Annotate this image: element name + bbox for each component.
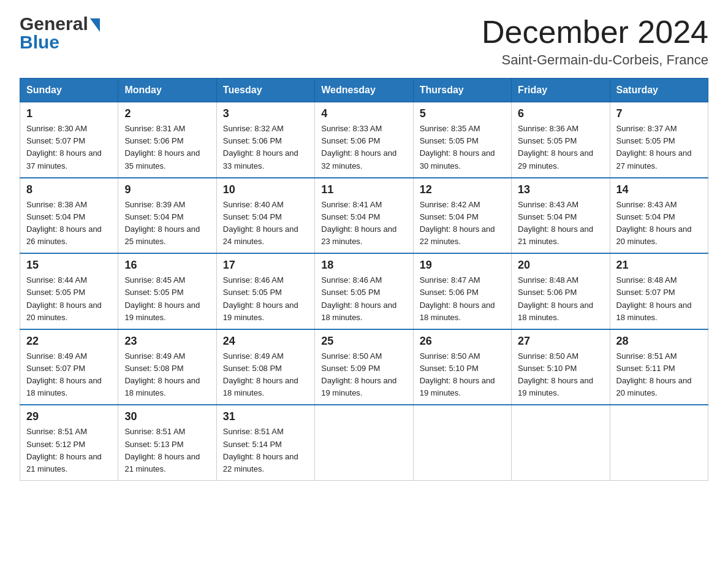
day-info: Sunrise: 8:43 AMSunset: 5:04 PMDaylight:… [616,199,702,248]
calendar-cell: 29 Sunrise: 8:51 AMSunset: 5:12 PMDaylig… [20,405,118,480]
day-info: Sunrise: 8:38 AMSunset: 5:04 PMDaylight:… [26,199,112,248]
header-wednesday: Wednesday [315,79,413,102]
calendar-cell: 4 Sunrise: 8:33 AMSunset: 5:06 PMDayligh… [315,102,413,178]
calendar-cell: 23 Sunrise: 8:49 AMSunset: 5:08 PMDaylig… [118,329,216,405]
day-number: 24 [223,335,308,348]
day-info: Sunrise: 8:46 AMSunset: 5:05 PMDaylight:… [223,274,308,324]
month-title: December 2024 [482,15,708,50]
day-info: Sunrise: 8:32 AMSunset: 5:06 PMDaylight:… [223,123,308,172]
day-info: Sunrise: 8:51 AMSunset: 5:13 PMDaylight:… [124,426,210,475]
day-info: Sunrise: 8:37 AMSunset: 5:05 PMDaylight:… [616,123,702,172]
calendar-cell [315,405,413,480]
day-number: 15 [26,259,112,272]
header-tuesday: Tuesday [216,79,314,102]
day-number: 2 [124,107,210,120]
header-friday: Friday [512,79,610,102]
day-info: Sunrise: 8:41 AMSunset: 5:04 PMDaylight:… [321,199,406,248]
day-number: 12 [420,183,505,196]
day-number: 6 [518,107,603,120]
day-info: Sunrise: 8:50 AMSunset: 5:09 PMDaylight:… [321,350,406,400]
calendar-cell: 13 Sunrise: 8:43 AMSunset: 5:04 PMDaylig… [512,178,610,254]
calendar-cell: 5 Sunrise: 8:35 AMSunset: 5:05 PMDayligh… [413,102,511,178]
day-number: 26 [420,335,505,348]
calendar-cell: 27 Sunrise: 8:50 AMSunset: 5:10 PMDaylig… [512,329,610,405]
calendar-cell: 12 Sunrise: 8:42 AMSunset: 5:04 PMDaylig… [413,178,511,254]
calendar-cell: 8 Sunrise: 8:38 AMSunset: 5:04 PMDayligh… [20,178,118,254]
day-number: 18 [321,259,406,272]
day-info: Sunrise: 8:47 AMSunset: 5:06 PMDaylight:… [420,274,505,324]
calendar-week-row: 15 Sunrise: 8:44 AMSunset: 5:05 PMDaylig… [20,253,708,329]
page-header: General Blue December 2024 Saint-Germain… [20,15,708,68]
day-info: Sunrise: 8:36 AMSunset: 5:05 PMDaylight:… [518,123,603,172]
calendar-cell [610,405,708,480]
day-number: 16 [124,259,210,272]
day-info: Sunrise: 8:42 AMSunset: 5:04 PMDaylight:… [420,199,505,248]
day-number: 7 [616,107,702,120]
day-info: Sunrise: 8:45 AMSunset: 5:05 PMDaylight:… [124,274,210,324]
header-monday: Monday [118,79,216,102]
calendar-cell: 16 Sunrise: 8:45 AMSunset: 5:05 PMDaylig… [118,253,216,329]
day-number: 11 [321,183,406,196]
calendar-week-row: 8 Sunrise: 8:38 AMSunset: 5:04 PMDayligh… [20,178,708,254]
day-number: 27 [518,335,603,348]
day-number: 23 [124,335,210,348]
calendar-cell: 10 Sunrise: 8:40 AMSunset: 5:04 PMDaylig… [216,178,314,254]
calendar-cell: 24 Sunrise: 8:49 AMSunset: 5:08 PMDaylig… [216,329,314,405]
day-info: Sunrise: 8:49 AMSunset: 5:08 PMDaylight:… [223,350,308,400]
calendar-cell: 22 Sunrise: 8:49 AMSunset: 5:07 PMDaylig… [20,329,118,405]
day-info: Sunrise: 8:51 AMSunset: 5:11 PMDaylight:… [616,350,702,400]
calendar-cell: 11 Sunrise: 8:41 AMSunset: 5:04 PMDaylig… [315,178,413,254]
day-info: Sunrise: 8:48 AMSunset: 5:06 PMDaylight:… [518,274,603,324]
day-info: Sunrise: 8:31 AMSunset: 5:06 PMDaylight:… [124,123,210,172]
day-info: Sunrise: 8:40 AMSunset: 5:04 PMDaylight:… [223,199,308,248]
title-area: December 2024 Saint-Germain-du-Corbeis, … [482,15,708,68]
calendar-cell: 25 Sunrise: 8:50 AMSunset: 5:09 PMDaylig… [315,329,413,405]
calendar-header-row: SundayMondayTuesdayWednesdayThursdayFrid… [20,79,708,102]
logo-general: General [20,15,88,33]
day-info: Sunrise: 8:33 AMSunset: 5:06 PMDaylight:… [321,123,406,172]
day-info: Sunrise: 8:51 AMSunset: 5:12 PMDaylight:… [26,426,112,475]
day-number: 9 [124,183,210,196]
day-number: 28 [616,335,702,348]
day-number: 5 [420,107,505,120]
day-number: 13 [518,183,603,196]
calendar-cell: 18 Sunrise: 8:46 AMSunset: 5:05 PMDaylig… [315,253,413,329]
day-number: 1 [26,107,112,120]
logo-blue: Blue [20,33,59,52]
calendar-cell: 30 Sunrise: 8:51 AMSunset: 5:13 PMDaylig… [118,405,216,480]
day-info: Sunrise: 8:39 AMSunset: 5:04 PMDaylight:… [124,199,210,248]
calendar-cell: 28 Sunrise: 8:51 AMSunset: 5:11 PMDaylig… [610,329,708,405]
calendar-cell: 21 Sunrise: 8:48 AMSunset: 5:07 PMDaylig… [610,253,708,329]
calendar-cell: 14 Sunrise: 8:43 AMSunset: 5:04 PMDaylig… [610,178,708,254]
logo: General Blue [20,15,100,52]
day-info: Sunrise: 8:30 AMSunset: 5:07 PMDaylight:… [26,123,112,172]
day-info: Sunrise: 8:46 AMSunset: 5:05 PMDaylight:… [321,274,406,324]
calendar-cell: 31 Sunrise: 8:51 AMSunset: 5:14 PMDaylig… [216,405,314,480]
day-number: 19 [420,259,505,272]
calendar-week-row: 1 Sunrise: 8:30 AMSunset: 5:07 PMDayligh… [20,102,708,178]
day-number: 30 [124,410,210,423]
calendar-table: SundayMondayTuesdayWednesdayThursdayFrid… [20,78,708,481]
calendar-cell: 1 Sunrise: 8:30 AMSunset: 5:07 PMDayligh… [20,102,118,178]
day-number: 25 [321,335,406,348]
day-number: 4 [321,107,406,120]
calendar-cell: 7 Sunrise: 8:37 AMSunset: 5:05 PMDayligh… [610,102,708,178]
day-info: Sunrise: 8:50 AMSunset: 5:10 PMDaylight:… [518,350,603,400]
day-info: Sunrise: 8:49 AMSunset: 5:07 PMDaylight:… [26,350,112,400]
day-info: Sunrise: 8:35 AMSunset: 5:05 PMDaylight:… [420,123,505,172]
day-number: 3 [223,107,308,120]
header-saturday: Saturday [610,79,708,102]
day-number: 10 [223,183,308,196]
calendar-cell: 26 Sunrise: 8:50 AMSunset: 5:10 PMDaylig… [413,329,511,405]
logo-arrow-icon [90,18,100,32]
header-sunday: Sunday [20,79,118,102]
calendar-week-row: 22 Sunrise: 8:49 AMSunset: 5:07 PMDaylig… [20,329,708,405]
day-info: Sunrise: 8:43 AMSunset: 5:04 PMDaylight:… [518,199,603,248]
calendar-cell: 20 Sunrise: 8:48 AMSunset: 5:06 PMDaylig… [512,253,610,329]
day-info: Sunrise: 8:48 AMSunset: 5:07 PMDaylight:… [616,274,702,324]
calendar-cell [512,405,610,480]
day-number: 14 [616,183,702,196]
day-number: 17 [223,259,308,272]
calendar-cell: 19 Sunrise: 8:47 AMSunset: 5:06 PMDaylig… [413,253,511,329]
calendar-cell: 17 Sunrise: 8:46 AMSunset: 5:05 PMDaylig… [216,253,314,329]
